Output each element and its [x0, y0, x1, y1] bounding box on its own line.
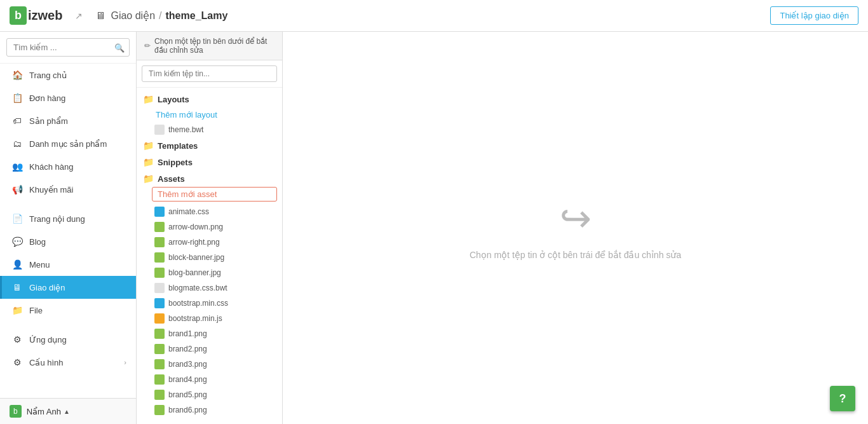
file-search [137, 60, 282, 88]
file-entry-brand3[interactable]: brand3.png [137, 357, 282, 372]
edit-panel-hint: Chọn một tệp tin ở cột bên trái để bắt đ… [470, 250, 681, 260]
sidebar-item-label: Giao diện [29, 283, 126, 292]
external-link-icon[interactable]: ↗ [75, 11, 83, 21]
top-header: b izweb ↗ 🖥 Giao diện / theme_Lamy Thiết… [0, 0, 868, 32]
sidebar-item-label: Cấu hình [29, 358, 124, 367]
file-name: brand2.png [168, 345, 207, 353]
sidebar-item-label: Ứng dụng [29, 335, 126, 345]
sidebar-search-input[interactable] [6, 38, 130, 57]
chevron-right-icon: › [124, 359, 126, 366]
nav-items: 🏠 Trang chủ 📋 Đơn hàng 🏷 Sản phẩm 🗂 Danh… [0, 64, 136, 398]
app-icon: ⚙ [11, 334, 23, 345]
home-icon: 🏠 [11, 70, 23, 80]
file-entry-arrow-right[interactable]: arrow-right.png [137, 235, 282, 250]
folder-icon: 📁 [143, 140, 154, 151]
add-layout-link[interactable]: Thêm mới layout [137, 107, 282, 122]
file-entry-block-banner[interactable]: block-banner.jpg [137, 250, 282, 265]
sidebar-item-danh-muc[interactable]: 🗂 Danh mục sản phẩm [0, 132, 136, 155]
img-file-icon [154, 344, 165, 354]
css-file-icon [154, 298, 165, 308]
edit-panel: ↩ Chọn một tệp tin ở cột bên trái để bắt… [283, 32, 868, 424]
img-file-icon [154, 222, 165, 232]
logo[interactable]: b izweb [10, 6, 62, 25]
file-entry-bootstrap-css[interactable]: bootstrap.min.css [137, 296, 282, 311]
search-icon: 🔍 [114, 43, 125, 52]
theme-icon: 🖥 [11, 282, 23, 292]
file-info-text: Chọn một tệp tin bên dưới để bắt đầu chỉ… [154, 37, 275, 55]
file-entry-brand4[interactable]: brand4.png [137, 372, 282, 387]
logo-text: izweb [28, 8, 62, 23]
folder-layouts[interactable]: 📁 Layouts [137, 91, 282, 107]
sidebar-item-file[interactable]: 📁 File [0, 299, 136, 322]
monitor-icon: 🖥 [95, 10, 105, 22]
file-name: brand3.png [168, 360, 207, 369]
file-entry-brand5[interactable]: brand5.png [137, 387, 282, 402]
sidebar-item-ung-dung[interactable]: ⚙ Ứng dụng [0, 328, 136, 351]
user-name: Nẩm Anh [27, 407, 61, 416]
user-menu-arrow-icon: ▲ [64, 408, 70, 415]
sidebar-item-label: Khách hàng [29, 162, 126, 172]
add-asset-link[interactable]: Thêm mới asset [152, 187, 277, 202]
file-tree: 📁 Layouts Thêm mới layout theme.bwt 📁 Te… [137, 88, 282, 424]
sidebar-item-label: Menu [29, 260, 126, 270]
file-entry-arrow-down[interactable]: arrow-down.png [137, 219, 282, 235]
file-entry-bootstrap-js[interactable]: bootstrap.min.js [137, 311, 282, 326]
page-icon: 📄 [11, 214, 23, 224]
file-name: theme.bwt [168, 125, 203, 134]
folder-templates[interactable]: 📁 Templates [137, 137, 282, 154]
img-file-icon [154, 374, 165, 385]
file-entry-theme-bwt[interactable]: theme.bwt [137, 122, 282, 137]
product-icon: 🏷 [11, 116, 23, 126]
sidebar-item-don-hang[interactable]: 📋 Đơn hàng [0, 86, 136, 109]
folder-icon: 📁 [143, 157, 154, 167]
bwt-file-icon [154, 283, 165, 293]
sidebar-item-label: Khuyến mãi [29, 185, 126, 195]
back-arrow-icon: ↩ [560, 196, 592, 240]
sidebar-item-trang-chu[interactable]: 🏠 Trang chủ [0, 64, 136, 86]
img-file-icon [154, 237, 165, 247]
file-manager: ✏ Chọn một tệp tin bên dưới để bắt đầu c… [137, 32, 868, 424]
file-entry-brand2[interactable]: brand2.png [137, 341, 282, 357]
file-name: brand1.png [168, 329, 207, 338]
sidebar-item-label: Đơn hàng [29, 93, 126, 103]
file-search-input[interactable] [142, 65, 277, 82]
sidebar-item-blog[interactable]: 💬 Blog [0, 230, 136, 253]
folder-icon: 📁 [143, 94, 154, 104]
content-area: ✏ Chọn một tệp tin bên dưới để bắt đầu c… [137, 32, 868, 424]
file-name: bootstrap.min.js [168, 314, 222, 323]
sidebar-item-giao-dien[interactable]: 🖥 Giao diện [0, 276, 136, 299]
sidebar-item-khuyen-mai[interactable]: 📢 Khuyến mãi [0, 178, 136, 201]
file-icon: 📁 [11, 305, 23, 315]
file-entry-brand1[interactable]: brand1.png [137, 326, 282, 341]
folder-name: Assets [158, 174, 185, 184]
sidebar-item-cau-hinh[interactable]: ⚙ Cấu hình › [0, 351, 136, 374]
user-bar[interactable]: b Nẩm Anh ▲ [0, 398, 136, 424]
order-icon: 📋 [11, 93, 23, 103]
sidebar-item-khach-hang[interactable]: 👥 Khách hàng [0, 155, 136, 178]
js-file-icon [154, 313, 165, 324]
file-entry-brand6[interactable]: brand6.png [137, 402, 282, 418]
customer-icon: 👥 [11, 161, 23, 172]
sidebar-item-trang-noi-dung[interactable]: 📄 Trang nội dung [0, 207, 136, 230]
help-button[interactable]: ? [830, 386, 855, 411]
sidebar-item-label: File [29, 306, 126, 315]
folder-snippets[interactable]: 📁 Snippets [137, 154, 282, 170]
img-file-icon [154, 329, 165, 339]
sidebar-item-label: Blog [29, 237, 126, 247]
file-entry-blog-banner[interactable]: blog-banner.jpg [137, 265, 282, 280]
sidebar-item-menu[interactable]: 👤 Menu [0, 253, 136, 276]
sidebar-item-san-pham[interactable]: 🏷 Sản phẩm [0, 109, 136, 132]
setup-button[interactable]: Thiết lập giao diện [770, 6, 858, 25]
folder-assets[interactable]: 📁 Assets [137, 170, 282, 187]
img-file-icon [154, 252, 165, 263]
file-name: arrow-down.png [168, 222, 223, 231]
file-entry-animate-css[interactable]: animate.css [137, 204, 282, 219]
promotion-icon: 📢 [11, 184, 23, 195]
sidebar-item-label: Sản phẩm [29, 116, 126, 126]
folder-name: Layouts [158, 95, 189, 104]
file-name: blog-banner.jpg [168, 268, 221, 277]
sidebar: 🔍 🏠 Trang chủ 📋 Đơn hàng 🏷 Sản phẩm 🗂 Da… [0, 32, 137, 424]
img-file-icon [154, 390, 165, 400]
breadcrumb-prefix: Giao diện [111, 10, 155, 22]
file-entry-blogmate-bwt[interactable]: blogmate.css.bwt [137, 280, 282, 296]
